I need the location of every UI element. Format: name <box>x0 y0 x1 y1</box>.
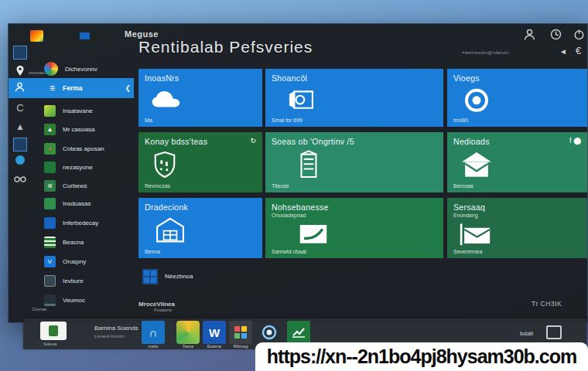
app-icon: V <box>44 256 56 267</box>
tile-vioegs[interactable]: Vioegs tmx80 <box>447 69 587 127</box>
tile-konay[interactable]: Konay bdss'teas ↻ Revroczas <box>138 132 262 192</box>
back-arrow-icon[interactable]: ◄ <box>559 47 567 56</box>
app-item[interactable]: Ievbure <box>44 273 84 288</box>
app-logo-icon <box>30 30 43 42</box>
shield-icon <box>152 150 177 182</box>
taskbar-app-chart-icon[interactable] <box>287 321 310 344</box>
rocket-icon[interactable]: ▲ <box>13 120 27 134</box>
app-glyph: ∩ <box>149 326 158 339</box>
url-text: https://xn--2n1bo4pj8hysam30b.com <box>267 345 576 368</box>
tile-dradecionk[interactable]: Dradecionk Bexna <box>138 198 262 258</box>
window-footer-right: Tr CH3tK <box>532 300 562 308</box>
rail-note-icon[interactable] <box>13 138 27 151</box>
tile-nohsebanesse[interactable]: Nohsebanesse Onuoadepnad Sanrwtd cbaat <box>265 198 443 258</box>
app-icon: • <box>44 143 56 155</box>
taskbar-tray-icon[interactable] <box>546 325 562 339</box>
tile-caption: Bexna <box>145 249 160 254</box>
taskbar-pinned-label: Sdeua <box>43 342 56 346</box>
app-item[interactable]: V Oruspny <box>44 254 86 269</box>
tile-title: Soeas ob 'Ongrtinv /5 <box>272 137 437 146</box>
user-icon[interactable] <box>524 29 535 40</box>
app-item[interactable]: Veumoc <box>44 292 85 308</box>
taskbar-app-label: matis <box>138 344 169 349</box>
envelope-icon <box>458 223 492 250</box>
app-item-label: Mr casoasa <box>63 126 94 133</box>
app-item[interactable]: Inferbedecay <box>44 215 98 230</box>
house-box-icon <box>156 217 185 247</box>
taskbar-app-label: Rtbinag <box>225 344 256 349</box>
target-icon <box>463 86 491 117</box>
footer-link-left[interactable]: Cheras <box>32 307 46 311</box>
rail-dot-icon[interactable] <box>15 155 25 165</box>
app-item-label: Dichevonnv <box>65 66 97 73</box>
app-item[interactable]: Insduasas <box>44 196 91 211</box>
taskbar-app-word-icon[interactable]: W <box>203 321 226 344</box>
app-item-selected[interactable]: ≡ Ferma ❮ <box>9 78 134 98</box>
person-icon <box>15 81 25 95</box>
clock-icon[interactable] <box>550 29 562 40</box>
rail-document-icon[interactable] <box>13 46 27 60</box>
app-icon <box>44 217 56 229</box>
app-icon <box>44 198 56 209</box>
cloud-icon <box>149 88 183 113</box>
green-app-glyph <box>49 325 58 336</box>
tile-sersaaq[interactable]: Sersaaq Evondang Sevenmnea <box>447 198 587 258</box>
tile-caption: Sevenmnea <box>453 249 482 254</box>
start-screen-window: Meguse Rentibalab Pefsveries =delrreedm@… <box>8 23 588 323</box>
app-item[interactable]: • Coteas aposan <box>44 141 104 156</box>
window-grid-icon[interactable] <box>142 269 158 284</box>
euro-icon: € <box>576 45 581 56</box>
tile-caption: Revroczas <box>145 183 170 189</box>
app-item-label: Insalavane <box>63 107 93 114</box>
tile-title: Dradecionk <box>145 203 256 212</box>
taskbar-app-camera-icon[interactable] <box>258 321 281 344</box>
tile-title: Shoancôl <box>272 73 437 83</box>
tile-caption: tmx80 <box>453 117 468 123</box>
monitor-icon <box>44 294 56 306</box>
footer-link-right[interactable]: Froawns <box>154 308 172 312</box>
house-mail-icon <box>460 151 494 182</box>
tile-inoasnrs[interactable]: InoasNrs Ma. <box>138 69 262 127</box>
app-item-label: Curbews <box>63 182 87 189</box>
app-item-label: Insduasas <box>63 200 91 207</box>
tile-caption: Sanrwtd cbaat <box>272 249 306 254</box>
tile-caption: Titeuse <box>272 183 289 189</box>
taskbar-app-colorful-icon[interactable] <box>176 321 200 344</box>
app-item[interactable]: nezasyone <box>44 159 93 175</box>
taskbar-pinned-line1: Bamina Soends <box>94 325 138 332</box>
app-item[interactable]: Beacna <box>44 234 84 250</box>
taskbar-app-grid-icon[interactable] <box>229 321 252 344</box>
sync-badge-icon: ↻ <box>250 137 256 145</box>
pin-label: soconaav <box>29 70 45 75</box>
app-item[interactable]: ≋ Curbews <box>44 178 87 193</box>
moon-icon[interactable]: C <box>13 101 27 115</box>
app-icon <box>44 105 56 117</box>
tile-caption: Ma. <box>145 117 154 123</box>
taskbar-right-label: bdall <box>520 330 533 337</box>
tile-title: Nohsebanesse <box>272 203 437 212</box>
app-item[interactable]: Insalavane <box>44 103 93 118</box>
list-icon: ≡ <box>50 83 55 94</box>
tile-subtitle: Onuoadepnad <box>272 213 437 218</box>
app-item[interactable]: Dichevonnv <box>44 61 97 77</box>
app-item-label: Oruspny <box>63 258 86 265</box>
tile-title: InoasNrs <box>145 73 256 83</box>
app-item-label: Inferbedecay <box>63 220 98 226</box>
chevron-left-icon: ❮ <box>125 84 131 92</box>
app-item-label: Beacna <box>63 239 84 246</box>
taskbar-pinned-line2: Lsiverd-Grivitn <box>94 334 125 339</box>
app-item-label: Ferma <box>63 84 83 92</box>
tile-caption: Bercoas <box>453 183 473 189</box>
taskbar-pinned-icon[interactable] <box>40 322 67 340</box>
app-item[interactable]: ▲ Mr casoasa <box>44 121 94 137</box>
taskbar-app-onedrive-icon[interactable]: ∩ <box>142 321 165 344</box>
tile-shoancol[interactable]: Shoancôl Smal for 699 <box>265 69 443 127</box>
below-item-label[interactable]: Néezbnoa <box>165 273 193 280</box>
tile-nedioads[interactable]: Nedioads f ⬤ Bercoas <box>447 132 587 192</box>
tile-soeas[interactable]: Soeas ob 'Ongrtinv /5 Titeuse <box>265 132 443 192</box>
power-icon[interactable] <box>573 29 585 40</box>
tile-subtitle: Evondang <box>453 213 581 218</box>
ledger-icon <box>296 149 321 183</box>
camera-glasses-icon[interactable] <box>13 173 27 187</box>
app-icon <box>44 275 56 287</box>
